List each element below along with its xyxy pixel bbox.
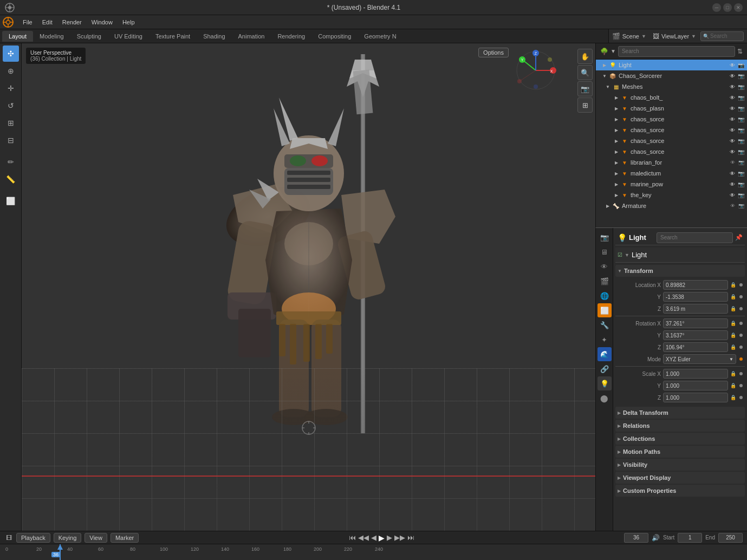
eye-icon-light[interactable]: 👁	[729, 61, 736, 69]
tab-geometry[interactable]: Geometry N	[358, 31, 402, 42]
pin-icon[interactable]: 📌	[735, 234, 743, 241]
select-tool[interactable]: ✣	[3, 45, 19, 62]
prop-icon-view[interactable]: 👁	[597, 259, 612, 274]
end-frame-field[interactable]: 250	[718, 533, 743, 543]
rotation-mode-select[interactable]: XYZ Euler ▼	[663, 354, 736, 364]
prev-frame-btn[interactable]: ◀	[371, 533, 376, 542]
camera-icon-light[interactable]: 📷	[737, 61, 745, 69]
tab-sculpting[interactable]: Sculpting	[70, 31, 108, 42]
tab-uv-editing[interactable]: UV Editing	[108, 31, 149, 42]
outliner-item-meshes[interactable]: ▼ ▦ Meshes 👁 📷	[596, 81, 747, 92]
outliner-item-chaos-sorce-1[interactable]: ▶ ▼ chaos_sorce 👁 📷	[596, 114, 747, 125]
rotation-x-lock[interactable]: 🔒	[730, 321, 736, 326]
play-btn[interactable]: ▶	[379, 533, 385, 542]
prop-icon-scene[interactable]: 🎬	[597, 274, 612, 288]
menu-render[interactable]: Render	[58, 18, 86, 27]
prop-icon-physics[interactable]: 🌊	[597, 347, 612, 361]
camera-icon-sorce4[interactable]: 📷	[737, 148, 745, 155]
camera-icon-key[interactable]: 📷	[737, 191, 745, 199]
next-frame-btn[interactable]: ▶	[387, 533, 392, 542]
tab-rendering[interactable]: Rendering	[271, 31, 311, 42]
scale-z-lock[interactable]: 🔒	[730, 395, 736, 400]
rotate-tool[interactable]: ↺	[3, 97, 19, 114]
tab-shading[interactable]: Shading	[197, 31, 231, 42]
prop-icon-object[interactable]: ⬜	[597, 303, 612, 317]
viewport-options-button[interactable]: Options	[478, 48, 509, 57]
scene-label[interactable]: Scene	[622, 33, 639, 40]
camera-icon-sorce1[interactable]: 📷	[737, 115, 745, 123]
menu-file[interactable]: File	[18, 18, 37, 27]
eye-icon-plasn[interactable]: 👁	[729, 105, 736, 112]
outliner-item-marine[interactable]: ▶ ▼ marine_pow 👁 📷	[596, 179, 747, 190]
current-frame-field[interactable]: 36	[624, 533, 648, 543]
scale-tool[interactable]: ⊞	[3, 115, 19, 131]
camera-icon-sorce2[interactable]: 📷	[737, 126, 745, 134]
camera-icon-meshes[interactable]: 📷	[737, 83, 745, 90]
eye-icon-sorce3[interactable]: 👁	[729, 137, 736, 145]
annotate-tool[interactable]: ✏	[3, 154, 19, 170]
audio-icon[interactable]: 🔊	[652, 534, 660, 542]
jump-start-btn[interactable]: ⏮	[349, 533, 356, 542]
prop-icon-material[interactable]: ⬤	[597, 391, 612, 405]
viewlayer-label[interactable]: ViewLayer	[661, 33, 689, 40]
cursor-tool[interactable]: ⊕	[3, 63, 19, 79]
close-button[interactable]: ✕	[734, 3, 743, 12]
outliner-search-input[interactable]	[618, 46, 735, 57]
outliner-item-maledictum[interactable]: ▶ ▼ maledictum 👁 📷	[596, 168, 747, 179]
viewport[interactable]: User Perspective (36) Collection | Light…	[22, 43, 595, 531]
transform-tool[interactable]: ⊟	[3, 132, 19, 148]
measure-tool[interactable]: 📏	[3, 171, 19, 187]
transform-section-header[interactable]: ▼ Transform	[615, 265, 745, 277]
eye-icon-key[interactable]: 👁	[729, 191, 736, 199]
tab-compositing[interactable]: Compositing	[311, 31, 358, 42]
delta-transform-header[interactable]: ▶ Delta Transform	[615, 407, 745, 419]
outliner-item-key[interactable]: ▶ ▼ the_key 👁 📷	[596, 190, 747, 200]
tab-animation[interactable]: Animation	[232, 31, 271, 42]
camera-icon-plasn[interactable]: 📷	[737, 105, 745, 112]
location-x-value[interactable]: 0.89882	[663, 280, 728, 290]
camera-icon-lib[interactable]: 📷	[737, 159, 745, 166]
rotation-z-lock[interactable]: 🔒	[730, 344, 736, 350]
playback-menu[interactable]: Playback	[16, 533, 50, 543]
camera-icon-chaos[interactable]: 📷	[737, 72, 745, 80]
eye-icon-sorce4[interactable]: 👁	[729, 148, 736, 155]
menu-edit[interactable]: Edit	[38, 18, 57, 27]
prop-icon-output[interactable]: 🖥	[597, 245, 612, 259]
tab-layout[interactable]: Layout	[2, 31, 33, 42]
collections-header[interactable]: ▶ Collections	[615, 433, 745, 445]
maximize-button[interactable]: □	[723, 3, 732, 12]
eye-icon-chaos[interactable]: 👁	[729, 72, 736, 80]
next-keyframe-btn[interactable]: ▶▶	[394, 533, 405, 542]
rotation-x-value[interactable]: 37.261°	[663, 318, 728, 328]
eye-icon-arm[interactable]: 👁	[729, 202, 736, 210]
object-check-icon[interactable]: ☑	[618, 252, 622, 258]
menu-window[interactable]: Window	[87, 18, 117, 27]
viewport-display-header[interactable]: ▶ Viewport Display	[615, 472, 745, 484]
location-y-lock[interactable]: 🔒	[730, 294, 736, 299]
outliner-item-chaos-sorcerer[interactable]: ▼ 📦 Chaos_Sorcerer 👁 📷	[596, 70, 747, 81]
timeline-track[interactable]: 0 20 40 60 80 100 120 140 160 180 200 22…	[0, 544, 747, 560]
outliner-item-chaos-sorce-3[interactable]: ▶ ▼ chaos_sorce 👁 📷	[596, 135, 747, 146]
outliner-item-chaos-sorce-2[interactable]: ▶ ▼ chaos_sorce 👁 📷	[596, 125, 747, 135]
eye-icon-mal[interactable]: 👁	[729, 170, 736, 177]
prop-icon-data[interactable]: 💡	[597, 376, 612, 390]
scale-z-value[interactable]: 1.000	[663, 393, 728, 402]
rotation-z-value[interactable]: 106.94°	[663, 342, 728, 352]
tab-modeling[interactable]: Modeling	[33, 31, 70, 42]
jump-end-btn[interactable]: ⏭	[407, 533, 414, 542]
eye-icon-lib[interactable]: 👁	[729, 159, 736, 166]
location-x-lock[interactable]: 🔒	[730, 282, 736, 288]
relations-header[interactable]: ▶ Relations	[615, 420, 745, 432]
outliner-item-chaos-sorce-4[interactable]: ▶ ▼ chaos_sorce 👁 📷	[596, 146, 747, 157]
tab-texture-paint[interactable]: Texture Paint	[149, 31, 197, 42]
scale-x-lock[interactable]: 🔒	[730, 371, 736, 376]
rotation-y-value[interactable]: 3.1637°	[663, 330, 728, 340]
eye-icon-mar[interactable]: 👁	[729, 180, 736, 188]
prev-keyframe-btn[interactable]: ◀◀	[358, 533, 369, 542]
outliner-item-chaos-plasn[interactable]: ▶ ▼ chaos_plasn 👁 📷	[596, 103, 747, 114]
scale-y-lock[interactable]: 🔒	[730, 383, 736, 388]
minimize-button[interactable]: ─	[712, 3, 721, 12]
add-cube-tool[interactable]: ⬜	[3, 193, 19, 209]
camera-icon-arm[interactable]: 📷	[737, 202, 745, 210]
header-search-input[interactable]: 🔍 Search	[700, 31, 744, 41]
